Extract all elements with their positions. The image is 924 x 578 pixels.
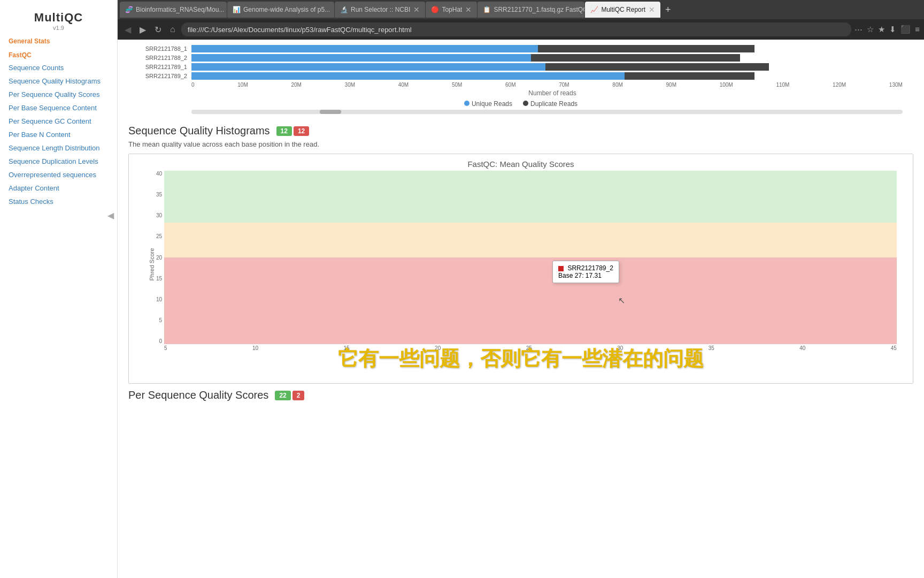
x-label-30: 30: [617, 345, 623, 351]
y-20: 20: [156, 255, 162, 261]
tab-close-tophat[interactable]: ✕: [465, 5, 472, 14]
scrollbar-thumb[interactable]: [320, 110, 341, 114]
x-label-45: 45: [891, 345, 897, 351]
extensions-icon[interactable]: ⬛: [900, 25, 911, 34]
logo-text: MultiQC: [0, 11, 117, 25]
sidebar-item-sequence-duplication-levels[interactable]: Sequence Duplication Levels: [0, 155, 117, 168]
y-10: 10: [156, 296, 162, 302]
sidebar-item-sequence-counts[interactable]: Sequence Counts: [0, 61, 117, 74]
sidebar-item-per-base-sequence-content[interactable]: Per Base Sequence Content: [0, 101, 117, 115]
tooltip-value: 17.31: [586, 272, 602, 279]
bar-container-1: [191, 45, 913, 52]
y-15: 15: [156, 276, 162, 282]
logo-area: MultiQC v1.9: [0, 5, 117, 33]
home-button[interactable]: ⌂: [167, 24, 178, 35]
tab-favicon-srr: 📋: [483, 6, 490, 13]
x-label-110m: 110M: [776, 82, 789, 88]
y-40: 40: [156, 171, 162, 177]
tab-label-genome: Genome-wide Analysis of p5...: [243, 6, 330, 13]
sidebar-item-per-sequence-quality-scores[interactable]: Per Sequence Quality Scores: [0, 88, 117, 101]
forward-button[interactable]: ▶: [137, 24, 149, 36]
tab-bar: 🧬 Bioinformatics_RNASeq/Mou... ✕ 📊 Genom…: [118, 0, 924, 19]
mean-quality-chart: FastQC: Mean Quality Scores Phred Score …: [128, 154, 913, 384]
mouse-cursor: ↖: [618, 295, 625, 306]
y-axis-numbers: 40 35 30 25 20 15 10 5 0: [147, 171, 162, 344]
y-35: 35: [156, 192, 162, 197]
page-content: SRR2121788_1 SRR2121788_2 SRR2121789_1: [118, 40, 924, 578]
back-button[interactable]: ◀: [122, 24, 134, 36]
legend-dot-unique: [464, 101, 469, 106]
menu-icon[interactable]: ⋯: [854, 25, 863, 34]
bar-unique-2: [191, 54, 531, 62]
tab-label-tophat: TopHat: [442, 6, 462, 13]
y-0: 0: [159, 338, 162, 344]
tab-close-multiqc[interactable]: ✕: [649, 5, 655, 14]
sidebar-item-status-checks[interactable]: Status Checks: [0, 195, 117, 208]
sidebar: MultiQC v1.9 General Stats FastQC Sequen…: [0, 0, 118, 578]
zone-orange: [164, 223, 897, 257]
main-content: SRR2121788_1 SRR2121788_2 SRR2121789_1: [118, 40, 924, 578]
tab-tophat[interactable]: 🔴 TopHat ✕: [426, 2, 477, 18]
bar-unique-3: [191, 63, 545, 71]
x-axis-title: Number of reads: [191, 89, 913, 97]
tooltip-sample-line: SRR2121789_2: [558, 264, 613, 272]
chart-tooltip: SRR2121789_2 Base 27: 17.31: [552, 261, 619, 283]
bookmark-star-icon[interactable]: ★: [878, 25, 885, 34]
badge-green-12: 12: [276, 126, 292, 136]
download-icon[interactable]: ⬇: [889, 25, 896, 34]
x-label-35: 35: [709, 345, 714, 351]
x-label-40m: 40M: [398, 82, 409, 88]
bar-row-2: SRR2121788_2: [128, 54, 913, 62]
y-5: 5: [159, 317, 162, 323]
bar-dup-4: [625, 72, 754, 80]
fastqc-section-header[interactable]: FastQC: [0, 47, 117, 61]
tab-run-selector[interactable]: 🔬 Run Selector :: NCBI ✕: [335, 2, 425, 18]
sidebar-item-adapter-content[interactable]: Adapter Content: [0, 181, 117, 195]
tooltip-value-line: Base 27: 17.31: [558, 272, 613, 279]
sidebar-item-overrepresented-sequences[interactable]: Overrepresented sequences: [0, 168, 117, 181]
tab-close-genome[interactable]: ✕: [333, 5, 334, 14]
browser-window: 🧬 Bioinformatics_RNASeq/Mou... ✕ 📊 Genom…: [118, 0, 924, 578]
tab-favicon-run-selector: 🔬: [340, 6, 348, 13]
badge-red-12: 12: [294, 126, 309, 136]
zone-green: [164, 171, 897, 223]
refresh-button[interactable]: ↻: [152, 24, 164, 36]
bar-unique-1: [191, 45, 538, 52]
seq-quality-badges: 12 12: [276, 126, 310, 136]
sidebar-item-per-sequence-gc-content[interactable]: Per Sequence GC Content: [0, 115, 117, 128]
x-label-100m: 100M: [720, 82, 733, 88]
seq-quality-section-header: Sequence Quality Histograms 12 12: [118, 116, 924, 140]
tab-srr[interactable]: 📋 SRR2121770_1.fastq.gz FastQC Re... ✕: [478, 2, 584, 18]
tab-favicon-bioinformatics: 🧬: [125, 6, 133, 13]
x-label-25: 25: [526, 345, 532, 351]
x-label-5: 5: [164, 345, 167, 351]
scrollbar-track[interactable]: [191, 110, 903, 114]
toolbar-icons: ⋯ ☆ ★ ⬇ ⬛ ≡: [854, 25, 920, 34]
x-label-80m: 80M: [612, 82, 622, 88]
chart-zones: SRR2121789_2 Base 27: 17.31 ↖: [164, 171, 897, 344]
sidebar-item-sequence-length-distribution[interactable]: Sequence Length Distribution: [0, 141, 117, 155]
chart-title: FastQC: Mean Quality Scores: [129, 154, 913, 171]
sidebar-item-sequence-quality-histograms[interactable]: Sequence Quality Histograms: [0, 74, 117, 88]
settings-icon[interactable]: ≡: [915, 25, 920, 34]
bar-dup-3: [545, 63, 769, 71]
bar-chart-section: SRR2121788_1 SRR2121788_2 SRR2121789_1: [118, 40, 924, 114]
url-bar[interactable]: [181, 22, 852, 36]
bar-row-3: SRR2121789_1: [128, 63, 913, 71]
legend-dot-duplicate: [523, 101, 528, 106]
legend-duplicate: Duplicate Reads: [523, 100, 578, 108]
tab-genome[interactable]: 📊 Genome-wide Analysis of p5... ✕: [227, 2, 334, 18]
tab-label-srr: SRR2121770_1.fastq.gz FastQC Re...: [494, 6, 584, 13]
y-25: 25: [156, 233, 162, 239]
bookmark-icon[interactable]: ☆: [867, 25, 874, 34]
new-tab-button[interactable]: +: [661, 4, 675, 16]
bar-container-3: [191, 63, 913, 71]
general-stats-link[interactable]: General Stats: [0, 33, 117, 47]
x-label-20m: 20M: [291, 82, 301, 88]
tab-multiqc[interactable]: 📈 MultiQC Report ✕: [585, 2, 660, 18]
tab-bioinformatics[interactable]: 🧬 Bioinformatics_RNASeq/Mou... ✕: [120, 2, 227, 18]
bar-label-3: SRR2121789_1: [128, 64, 187, 70]
tab-close-run-selector[interactable]: ✕: [413, 5, 420, 14]
sidebar-item-per-base-n-content[interactable]: Per Base N Content: [0, 128, 117, 141]
x-label-90m: 90M: [666, 82, 676, 88]
